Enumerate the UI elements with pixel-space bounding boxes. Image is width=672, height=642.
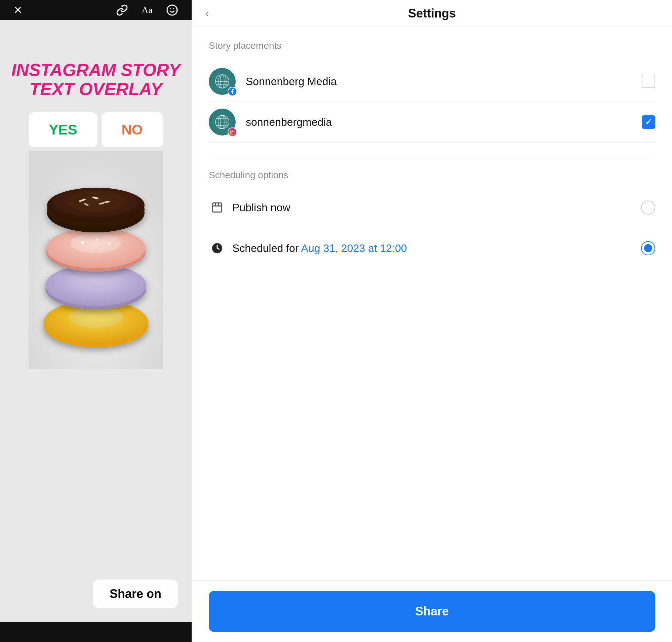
svg-point-41 bbox=[233, 131, 234, 131]
svg-point-19 bbox=[72, 192, 119, 209]
svg-point-12 bbox=[70, 233, 121, 253]
no-button[interactable]: NO bbox=[102, 112, 163, 147]
clock-icon bbox=[209, 240, 225, 257]
story-placements-label: Story placements bbox=[209, 40, 655, 51]
publish-now-text: Publish now bbox=[232, 202, 641, 214]
publish-now-option[interactable]: Publish now bbox=[209, 191, 655, 224]
placement-row-instagram: sonnenbergmedia ✓ bbox=[209, 102, 655, 143]
svg-text:♥: ♥ bbox=[107, 241, 111, 246]
story-bottom-bar bbox=[0, 622, 192, 642]
settings-title: Settings bbox=[408, 7, 456, 21]
facebook-checkbox[interactable] bbox=[642, 75, 655, 88]
sticker-button[interactable] bbox=[166, 4, 178, 16]
instagram-avatar-container bbox=[209, 108, 236, 136]
story-canvas: INSTAGRAM STORY TEXT OVERLAY YES NO bbox=[0, 20, 192, 622]
settings-body: Story placements bbox=[192, 27, 672, 580]
scheduled-for-text: Scheduled for Aug 31, 2023 at 12:00 bbox=[232, 242, 641, 255]
settings-panel: ‹ Settings Story placements bbox=[192, 0, 672, 642]
settings-header: ‹ Settings bbox=[192, 0, 672, 27]
scheduled-for-option[interactable]: Scheduled for Aug 31, 2023 at 12:00 bbox=[209, 228, 655, 265]
section-divider bbox=[209, 156, 655, 156]
text-format-button[interactable]: Aa bbox=[142, 5, 153, 15]
facebook-badge bbox=[228, 87, 237, 96]
close-button[interactable]: ✕ bbox=[13, 4, 23, 16]
share-on-button[interactable]: Share on bbox=[93, 579, 178, 608]
poll-container: YES NO bbox=[29, 112, 163, 147]
svg-rect-42 bbox=[213, 203, 222, 212]
svg-point-6 bbox=[69, 306, 123, 328]
svg-text:♥: ♥ bbox=[96, 237, 99, 243]
placement-row-facebook: Sonnenberg Media bbox=[209, 61, 655, 102]
yes-button[interactable]: YES bbox=[29, 112, 97, 147]
checkmark-icon: ✓ bbox=[645, 117, 652, 127]
scheduled-radio[interactable] bbox=[641, 241, 655, 255]
svg-rect-39 bbox=[230, 130, 234, 134]
publish-now-radio[interactable] bbox=[641, 201, 655, 215]
back-button[interactable]: ‹ bbox=[205, 7, 209, 20]
story-preview-panel: ✕ Aa INS bbox=[0, 0, 192, 642]
story-text-overlay: INSTAGRAM STORY TEXT OVERLAY bbox=[0, 61, 192, 99]
facebook-avatar-container bbox=[209, 68, 236, 95]
radio-inner-dot bbox=[644, 244, 652, 252]
instagram-checkbox[interactable]: ✓ bbox=[642, 115, 655, 129]
story-toolbar: ✕ Aa bbox=[0, 0, 192, 20]
scheduling-options-label: Scheduling options bbox=[209, 170, 655, 181]
facebook-account-name: Sonnenberg Media bbox=[246, 75, 642, 88]
scheduled-date: Aug 31, 2023 at 12:00 bbox=[301, 242, 407, 254]
svg-point-40 bbox=[232, 131, 233, 133]
share-button[interactable]: Share bbox=[209, 591, 655, 632]
publish-now-icon bbox=[209, 199, 225, 216]
instagram-account-name: sonnenbergmedia bbox=[246, 116, 642, 128]
donut-image: ♥ ♥ ♥ bbox=[29, 151, 163, 369]
share-footer: Share bbox=[192, 580, 672, 642]
svg-text:♥: ♥ bbox=[81, 240, 85, 246]
link-icon[interactable] bbox=[116, 4, 128, 16]
scheduled-for-prefix: Scheduled for bbox=[232, 242, 301, 254]
instagram-badge bbox=[228, 127, 237, 137]
svg-point-9 bbox=[69, 270, 122, 290]
